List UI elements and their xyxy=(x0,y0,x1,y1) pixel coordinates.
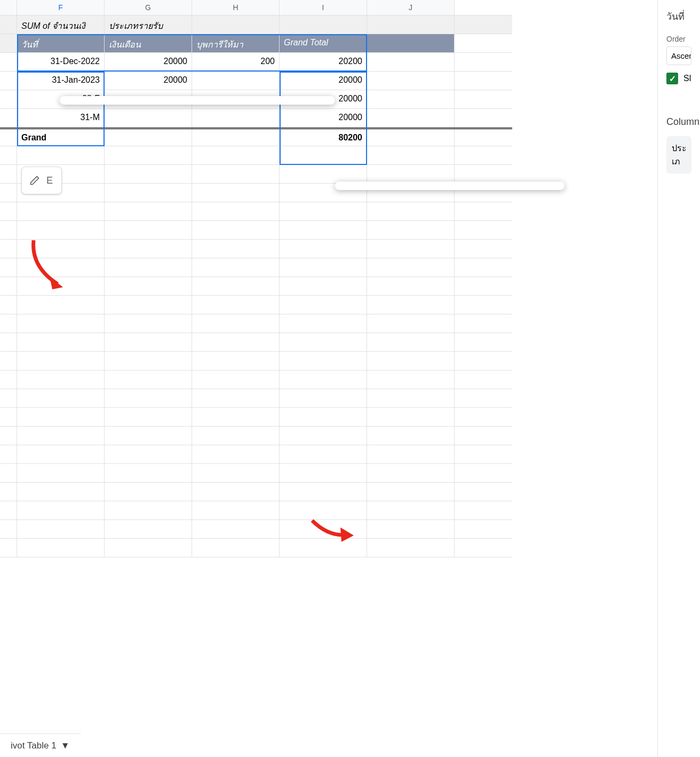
column-field-chip[interactable]: ประเภ xyxy=(666,136,691,174)
cell[interactable] xyxy=(105,408,192,426)
cell[interactable] xyxy=(105,539,192,557)
cell[interactable] xyxy=(105,184,192,202)
cell[interactable] xyxy=(105,427,192,445)
cell[interactable] xyxy=(105,389,192,407)
cell[interactable] xyxy=(192,370,280,389)
cell[interactable] xyxy=(17,539,105,557)
cell[interactable] xyxy=(192,165,280,183)
cell[interactable] xyxy=(367,146,455,164)
cell[interactable] xyxy=(280,258,367,277)
cell[interactable] xyxy=(0,445,17,463)
cell[interactable] xyxy=(0,501,17,519)
cell[interactable]: 80200 xyxy=(280,129,367,146)
cell[interactable] xyxy=(105,445,192,463)
cell[interactable] xyxy=(192,539,280,557)
col-header-f[interactable]: F xyxy=(17,0,105,15)
cell[interactable] xyxy=(367,202,455,220)
cell[interactable] xyxy=(280,427,367,445)
cell[interactable] xyxy=(0,165,17,183)
cell[interactable]: เงินเดือน xyxy=(105,34,192,52)
cell[interactable] xyxy=(280,314,367,333)
cell[interactable] xyxy=(280,445,367,463)
cell[interactable]: 20200 xyxy=(280,53,367,71)
cell[interactable]: 20000 xyxy=(280,109,367,127)
cell[interactable] xyxy=(367,389,455,407)
cell[interactable] xyxy=(105,165,192,183)
cell[interactable] xyxy=(280,15,367,34)
cell[interactable] xyxy=(280,352,367,370)
cell[interactable] xyxy=(0,314,17,333)
cell[interactable] xyxy=(0,408,17,426)
cell[interactable] xyxy=(0,483,17,501)
cell[interactable] xyxy=(0,333,17,351)
cell[interactable] xyxy=(192,146,280,164)
cell[interactable] xyxy=(192,408,280,426)
cell[interactable] xyxy=(192,464,280,482)
cell[interactable] xyxy=(280,165,367,183)
cell[interactable]: 20000 xyxy=(280,72,367,90)
cell[interactable] xyxy=(17,389,105,407)
cell[interactable] xyxy=(367,53,455,71)
cell[interactable] xyxy=(192,72,280,90)
cell[interactable] xyxy=(17,501,105,519)
cell[interactable] xyxy=(0,352,17,370)
cell[interactable]: 31-Jan-2023 xyxy=(17,72,105,90)
cell[interactable] xyxy=(0,520,17,538)
cell[interactable] xyxy=(280,483,367,501)
cell[interactable]: 31-M xyxy=(17,109,105,127)
cell[interactable] xyxy=(17,427,105,445)
cell[interactable] xyxy=(105,483,192,501)
cell[interactable] xyxy=(192,445,280,463)
cell[interactable] xyxy=(192,202,280,220)
cell[interactable] xyxy=(280,146,367,164)
cell[interactable] xyxy=(0,464,17,482)
cell[interactable] xyxy=(192,296,280,314)
cell[interactable] xyxy=(192,427,280,445)
cell[interactable] xyxy=(367,258,455,277)
cell[interactable] xyxy=(367,34,455,52)
cell[interactable] xyxy=(17,445,105,463)
col-header-j[interactable]: J xyxy=(367,0,455,15)
sheet-tab[interactable]: ivot Table 1 ▼ xyxy=(0,734,81,757)
cell[interactable] xyxy=(367,408,455,426)
cell[interactable] xyxy=(280,333,367,351)
cell[interactable]: 200 xyxy=(192,53,280,71)
cell[interactable] xyxy=(367,221,455,239)
cell[interactable] xyxy=(192,277,280,295)
cell[interactable] xyxy=(367,539,455,557)
cell[interactable] xyxy=(192,389,280,407)
cell[interactable] xyxy=(192,184,280,202)
cell[interactable] xyxy=(105,464,192,482)
cell[interactable] xyxy=(17,408,105,426)
cell[interactable] xyxy=(367,333,455,351)
cell[interactable] xyxy=(367,501,455,519)
cell[interactable] xyxy=(367,72,455,90)
cell[interactable] xyxy=(280,296,367,314)
cell[interactable] xyxy=(367,165,455,183)
cell[interactable] xyxy=(105,352,192,370)
show-totals-check[interactable]: ✓ Sl xyxy=(666,73,691,84)
cell[interactable] xyxy=(17,296,105,314)
cell[interactable] xyxy=(0,296,17,314)
cell[interactable] xyxy=(17,483,105,501)
cell[interactable] xyxy=(0,277,17,295)
cell[interactable] xyxy=(192,352,280,370)
col-header-h[interactable]: H xyxy=(192,0,280,15)
cell[interactable] xyxy=(0,240,17,258)
cell[interactable] xyxy=(0,202,17,220)
cell[interactable] xyxy=(367,445,455,463)
cell[interactable]: 20000 xyxy=(105,72,192,90)
cell[interactable]: Grand xyxy=(17,129,105,146)
cell[interactable] xyxy=(0,221,17,239)
cell[interactable] xyxy=(280,202,367,220)
cell[interactable] xyxy=(367,129,455,146)
cell[interactable] xyxy=(280,277,367,295)
cell[interactable] xyxy=(192,258,280,277)
cell[interactable] xyxy=(17,464,105,482)
cell[interactable] xyxy=(192,314,280,333)
cell[interactable] xyxy=(105,146,192,164)
cell[interactable] xyxy=(0,146,17,164)
cell[interactable] xyxy=(105,258,192,277)
edit-pivot-button[interactable]: E xyxy=(21,167,62,194)
cell[interactable]: วันที่ xyxy=(17,34,105,52)
